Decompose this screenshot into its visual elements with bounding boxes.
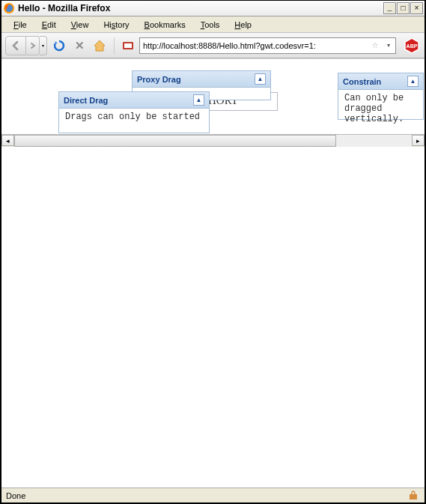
close-button[interactable]: × — [410, 2, 423, 14]
menu-help-label: elp — [240, 20, 252, 29]
menu-history[interactable]: History — [97, 19, 135, 31]
adblock-icon[interactable]: ABP — [403, 37, 421, 55]
menu-tools[interactable]: Tools — [195, 19, 226, 31]
panel-proxy-title: Proxy Drag — [137, 75, 255, 84]
empty-area — [1, 147, 425, 488]
back-button[interactable] — [5, 36, 26, 55]
menu-bookmarks-label: ookmarks — [150, 20, 186, 29]
stop-button[interactable]: ✕ — [71, 37, 88, 54]
menu-edit[interactable]: Edit — [36, 19, 62, 31]
forward-button[interactable] — [26, 36, 40, 55]
minimize-button[interactable]: _ — [383, 2, 396, 14]
url-dropdown[interactable]: ▾ — [383, 42, 394, 49]
url-bar: ☆ ▾ — [139, 37, 396, 54]
panel-direct-drag[interactable]: Direct Drag ▲ Drags can only be started — [58, 91, 210, 133]
menubar: File Edit View History Bookmarks Tools H… — [1, 16, 425, 33]
panel-constrain-body: Can only be dragged vertically. — [338, 90, 423, 127]
menu-view-label: iew — [76, 20, 89, 29]
menu-file[interactable]: File — [7, 19, 33, 31]
svg-rect-6 — [410, 494, 417, 500]
status-text: Done — [6, 491, 407, 500]
panel-constrain[interactable]: Constrain ▲ Can only be dragged vertical… — [338, 73, 424, 120]
scroll-left-button[interactable]: ◂ — [1, 135, 14, 146]
panel-direct-body: Drags can only be started — [59, 109, 209, 125]
reload-button[interactable] — [51, 37, 67, 54]
collapse-icon[interactable]: ▲ — [193, 94, 204, 106]
statusbar: Done — [1, 488, 425, 503]
status-extension-icon[interactable] — [407, 490, 420, 502]
panel-direct-header[interactable]: Direct Drag ▲ — [59, 92, 209, 109]
page-content: HORT Proxy Drag ▲ Direct Drag ▲ Drags ca… — [1, 58, 425, 134]
menu-view[interactable]: View — [65, 19, 95, 31]
window-buttons: _ □ × — [383, 2, 423, 14]
page-favicon — [121, 38, 136, 53]
nav-dropdown[interactable]: ▾ — [40, 36, 47, 55]
panel-direct-title: Direct Drag — [64, 96, 193, 105]
scroll-right-button[interactable]: ▸ — [412, 135, 425, 146]
menu-history-label: tory — [115, 20, 129, 29]
collapse-icon[interactable]: ▲ — [407, 76, 419, 87]
toolbar: ▾ ✕ ☆ ▾ ABP — [1, 33, 425, 58]
panel-constrain-title: Constrain — [343, 77, 407, 86]
menu-edit-label: dit — [47, 20, 56, 29]
collapse-icon[interactable]: ▲ — [255, 73, 266, 85]
svg-rect-3 — [124, 43, 132, 48]
horizontal-scrollbar[interactable]: ◂ ▸ — [1, 134, 425, 147]
menu-tools-label: ools — [204, 20, 219, 29]
url-input[interactable] — [142, 41, 371, 50]
maximize-button[interactable]: □ — [397, 2, 410, 14]
home-button[interactable] — [91, 37, 108, 54]
window-title: Hello - Mozilla Firefox — [18, 3, 383, 13]
scroll-track[interactable] — [14, 135, 412, 147]
menu-bookmarks[interactable]: Bookmarks — [139, 19, 192, 31]
panel-proxy-header[interactable]: Proxy Drag ▲ — [133, 71, 270, 88]
scroll-thumb[interactable] — [14, 135, 336, 147]
menu-help[interactable]: Help — [228, 19, 258, 31]
titlebar: Hello - Mozilla Firefox _ □ × — [1, 1, 425, 16]
nav-group: ▾ — [5, 36, 47, 55]
toolbar-separator — [114, 37, 115, 54]
panel-constrain-header[interactable]: Constrain ▲ — [338, 73, 423, 90]
bookmark-star-icon[interactable]: ☆ — [371, 40, 383, 50]
firefox-icon — [3, 2, 15, 14]
menu-file-label: ile — [19, 20, 27, 29]
svg-text:ABP: ABP — [407, 43, 418, 49]
